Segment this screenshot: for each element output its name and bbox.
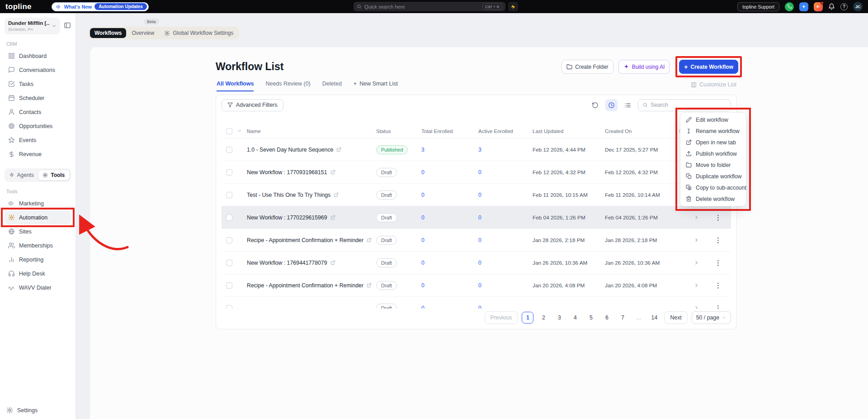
list-view-button[interactable] (622, 99, 634, 111)
active-enrolled-link[interactable]: 0 (478, 237, 533, 243)
row-checkbox[interactable] (226, 192, 232, 198)
page-number-5[interactable]: 5 (585, 312, 597, 324)
sidebar-item-opportunities[interactable]: Opportunities (5, 119, 71, 133)
row-checkbox[interactable] (226, 260, 232, 266)
page-size-select[interactable]: 50 / page (692, 311, 731, 324)
row-menu-button[interactable]: ⋮ (713, 282, 723, 289)
tab-needs-review[interactable]: Needs Review (0) (265, 81, 310, 90)
sidebar-item-revenue[interactable]: Revenue (5, 147, 71, 161)
table-row[interactable]: Recipe - Appointment Confirmation + Remi… (222, 229, 731, 252)
workflow-name[interactable]: New Workflow : 1770229615969 (247, 214, 327, 221)
select-all-checkbox[interactable] (226, 128, 232, 134)
workflow-search-input[interactable] (651, 102, 726, 108)
tab-workflows[interactable]: Workflows (90, 28, 126, 38)
sidebar-item-scheduler[interactable]: Scheduler (5, 91, 71, 105)
menu-item-delete-workflow[interactable]: Delete workflow (680, 193, 746, 205)
menu-item-edit-workflow[interactable]: Edit workflow (680, 114, 746, 125)
row-menu-button[interactable]: ⋮ (713, 259, 723, 266)
workflow-name[interactable]: Recipe - Appointment Confirmation + Remi… (247, 237, 363, 243)
execution-logs-button[interactable] (605, 99, 618, 111)
page-number-2[interactable]: 2 (538, 312, 549, 324)
row-checkbox[interactable] (226, 214, 232, 221)
external-link-icon[interactable] (330, 170, 335, 175)
total-enrolled-link[interactable]: 0 (421, 305, 478, 309)
table-row[interactable]: New Workflow : 1770931968151 Draft 0 0 F… (222, 161, 731, 184)
total-enrolled-link[interactable]: 0 (421, 169, 478, 176)
history-button[interactable] (589, 99, 601, 111)
table-row[interactable]: Draft 0 0 ⋮ (222, 297, 731, 309)
active-enrolled-link[interactable]: 0 (478, 282, 533, 289)
total-enrolled-link[interactable]: 3 (421, 147, 478, 153)
row-checkbox[interactable] (226, 147, 232, 153)
table-row[interactable]: Recipe - Appointment Confirmation + Remi… (222, 274, 731, 297)
tab-all-workflows[interactable]: All Workflows (217, 81, 254, 91)
next-page-button[interactable]: Next (664, 311, 687, 324)
external-link-icon[interactable] (330, 215, 335, 220)
sidebar-item-settings[interactable]: Settings (6, 407, 38, 414)
row-checkbox[interactable] (226, 305, 232, 309)
global-search-input[interactable] (364, 4, 480, 10)
quick-actions-button[interactable] (508, 2, 518, 11)
row-checkbox[interactable] (226, 282, 232, 289)
menu-item-rename-workflow[interactable]: Rename workflow (680, 125, 746, 137)
sidebar-item-tasks[interactable]: Tasks (5, 77, 71, 91)
workflow-name[interactable]: 1.0 - Seven Day Nurture Sequence (247, 147, 333, 153)
ai-assistant-button[interactable] (799, 2, 808, 11)
total-enrolled-link[interactable]: 0 (421, 237, 478, 243)
open-workflow-button[interactable] (693, 214, 699, 220)
page-number-6[interactable]: 6 (601, 312, 613, 324)
new-smart-list-button[interactable]: + New Smart List (354, 81, 398, 90)
table-row[interactable]: New Workflow : 1769441778079 Draft 0 0 J… (222, 252, 731, 274)
page-number-1[interactable]: 1 (522, 312, 533, 324)
create-folder-button[interactable]: Create Folder (561, 60, 613, 74)
row-menu-button[interactable]: ⋮ (713, 214, 723, 221)
menu-item-move-to-folder[interactable]: Move to folder (680, 159, 746, 171)
page-ellipsis[interactable]: … (632, 312, 644, 324)
table-row[interactable]: 1.0 - Seven Day Nurture Sequence Publish… (222, 138, 731, 161)
sidebar-item-reporting[interactable]: Reporting (5, 252, 71, 267)
sidebar-item-wavv-dialer[interactable]: WAVV Dialer (5, 281, 71, 295)
announcements-button[interactable] (814, 2, 823, 11)
open-workflow-button[interactable] (693, 282, 699, 288)
user-avatar[interactable]: JC (853, 2, 863, 11)
row-checkbox[interactable] (226, 169, 232, 176)
active-enrolled-link[interactable]: 0 (478, 305, 533, 309)
account-switcher[interactable]: Dunder Mifflin [... Scranton, PA (5, 18, 60, 34)
menu-item-copy-to-sub-account[interactable]: Copy to sub-account (680, 182, 746, 193)
page-number-7[interactable]: 7 (617, 312, 628, 324)
row-menu-button[interactable]: ⋮ (713, 237, 723, 243)
total-enrolled-link[interactable]: 0 (421, 214, 478, 221)
page-number-3[interactable]: 3 (553, 312, 565, 324)
table-row-selected[interactable]: New Workflow : 1770229615969 Draft 0 0 F… (222, 206, 731, 229)
phone-button[interactable] (785, 2, 794, 11)
sidebar-item-automation[interactable]: Automation (5, 210, 71, 224)
external-link-icon[interactable] (330, 260, 335, 265)
active-enrolled-link[interactable]: 0 (478, 214, 533, 221)
global-search[interactable]: Ctrl + K (354, 2, 505, 11)
agents-toggle-button[interactable]: Agents (6, 170, 37, 181)
sidebar-item-sites[interactable]: Sites (5, 224, 71, 238)
table-row[interactable]: Test - Use This One To Try Things Draft … (222, 184, 731, 206)
sidebar-collapse-button[interactable] (64, 22, 71, 31)
external-link-icon[interactable] (336, 147, 341, 152)
support-button[interactable]: topline Support (737, 2, 779, 11)
open-workflow-button[interactable] (693, 305, 699, 309)
sidebar-item-memberships[interactable]: Memberships (5, 238, 71, 252)
whats-new-button[interactable]: What's New Automation Updates (52, 2, 149, 11)
sidebar-item-help-desk[interactable]: Help Desk (5, 267, 71, 281)
menu-item-duplicate-workflow[interactable]: Duplicate workflow (680, 171, 746, 182)
external-link-icon[interactable] (367, 283, 372, 288)
active-enrolled-link[interactable]: 0 (478, 260, 533, 266)
total-enrolled-link[interactable]: 0 (421, 260, 478, 266)
page-number-4[interactable]: 4 (569, 312, 581, 324)
workflow-name[interactable]: Recipe - Appointment Confirmation + Remi… (247, 282, 363, 289)
total-enrolled-link[interactable]: 0 (421, 282, 478, 289)
tab-overview[interactable]: Overview (127, 28, 159, 38)
tab-deleted[interactable]: Deleted (322, 81, 342, 90)
total-enrolled-link[interactable]: 0 (421, 192, 478, 198)
help-button[interactable]: ? (840, 3, 848, 10)
open-workflow-button[interactable] (693, 260, 699, 266)
workflow-name[interactable]: New Workflow : 1769441778079 (247, 260, 327, 266)
previous-page-button[interactable]: Previous (485, 311, 518, 324)
row-menu-button[interactable]: ⋮ (713, 305, 723, 309)
